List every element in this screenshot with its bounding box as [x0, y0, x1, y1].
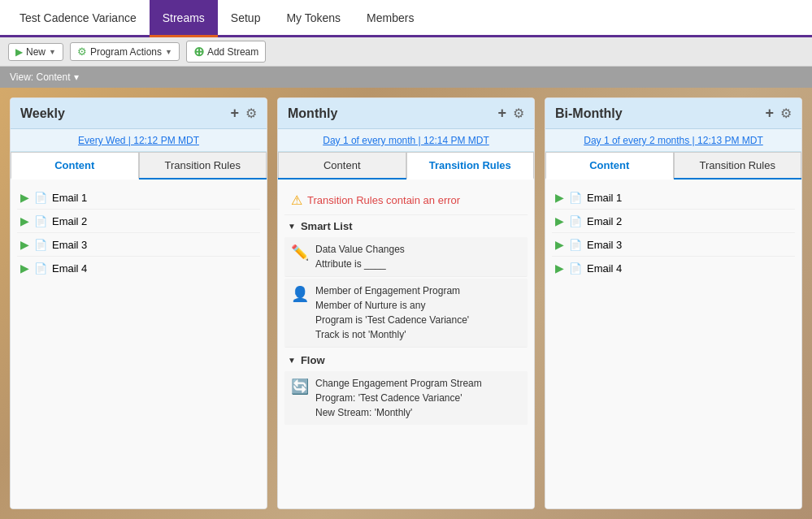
weekly-settings-button[interactable]: ⚙: [245, 106, 257, 121]
smart-list-label: Smart List: [301, 220, 353, 232]
warning-icon: ⚠: [291, 192, 302, 208]
stream-header-actions-monthly: + ⚙: [497, 105, 524, 122]
program-actions-button[interactable]: ⚙ Program Actions ▼: [70, 42, 180, 61]
stream-title-weekly: Weekly: [20, 106, 65, 121]
bi-monthly-tabs: Content Transition Rules: [545, 152, 801, 179]
stream-header-monthly: Monthly + ⚙: [278, 98, 534, 129]
rule-m-line3: Program is 'Test Cadence Variance': [315, 313, 469, 327]
monthly-tab-transition-rules[interactable]: Transition Rules: [406, 152, 535, 179]
bi-monthly-schedule-link[interactable]: Day 1 of every 2 months | 12:13 PM MDT: [584, 135, 763, 146]
nav-item-test-cadence-variance[interactable]: Test Cadence Variance: [7, 0, 150, 37]
gear-icon-small: ⚙: [77, 45, 87, 58]
email-doc-icon-bm-4: 📄: [569, 262, 582, 275]
rule-data-value-text: Data Value Changes Attribute is ____: [315, 242, 405, 271]
smart-list-header[interactable]: ▼ Smart List: [284, 215, 528, 237]
stream-header-bi-monthly: Bi-Monthly + ⚙: [545, 98, 801, 129]
weekly-email-2: ▶ 📄 Email 2: [17, 210, 260, 233]
weekly-body: ▶ 📄 Email 1 ▶ 📄 Email 2 ▶ 📄 Email 3 ▶ 📄: [11, 179, 267, 508]
stream-card-bi-monthly: Bi-Monthly + ⚙ Day 1 of every 2 months |…: [545, 97, 802, 509]
monthly-schedule-link[interactable]: Day 1 of every month | 12:14 PM MDT: [323, 135, 489, 146]
play-icon-weekly-4: ▶: [20, 262, 29, 275]
pencil-icon: ✏️: [291, 244, 309, 262]
nav-item-streams[interactable]: Streams: [150, 0, 218, 37]
weekly-email-3: ▶ 📄 Email 3: [17, 233, 260, 257]
monthly-tab-content[interactable]: Content: [278, 152, 406, 178]
flow-header[interactable]: ▼ Flow: [284, 349, 528, 371]
stream-card-weekly: Weekly + ⚙ Every Wed | 12:12 PM MDT Cont…: [10, 97, 267, 509]
stream-header-actions-weekly: + ⚙: [230, 105, 257, 122]
play-icon-bm-2: ▶: [555, 214, 564, 227]
weekly-email-4-name: Email 4: [52, 262, 87, 275]
add-stream-label: Add Stream: [207, 46, 258, 58]
rule-member-text: Member of Engagement Program Member of N…: [315, 283, 469, 342]
top-nav: Test Cadence Variance Streams Setup My T…: [0, 0, 812, 37]
bi-monthly-email-4-name: Email 4: [587, 262, 622, 275]
stream-schedule-monthly: Day 1 of every month | 12:14 PM MDT: [278, 129, 534, 152]
weekly-email-1-name: Email 1: [52, 192, 87, 204]
stream-schedule-weekly: Every Wed | 12:12 PM MDT: [11, 129, 267, 152]
email-doc-icon-bm-3: 📄: [569, 239, 582, 251]
bi-monthly-tab-content[interactable]: Content: [545, 152, 674, 179]
weekly-email-3-name: Email 3: [52, 239, 87, 251]
collapse-icon-smart-list: ▼: [288, 222, 296, 231]
transition-error: ⚠ Transition Rules contain an error: [284, 186, 528, 215]
weekly-tabs: Content Transition Rules: [11, 152, 267, 179]
stream-title-bi-monthly: Bi-Monthly: [555, 106, 623, 121]
bi-monthly-add-button[interactable]: +: [765, 105, 774, 122]
email-doc-icon-bm-1: 📄: [569, 192, 582, 204]
weekly-schedule-link[interactable]: Every Wed | 12:12 PM MDT: [78, 135, 199, 146]
play-icon-bm-3: ▶: [555, 238, 564, 251]
flow-s-line1: Change Engagement Program Stream: [315, 376, 482, 391]
stream-header-actions-bi-monthly: + ⚙: [765, 105, 792, 122]
bi-monthly-settings-button[interactable]: ⚙: [780, 106, 792, 121]
bi-monthly-email-3-name: Email 3: [587, 239, 622, 251]
new-button[interactable]: ▶ New ▼: [8, 43, 63, 61]
view-dropdown-arrow[interactable]: ▾: [74, 71, 79, 83]
weekly-tab-transition-rules[interactable]: Transition Rules: [139, 152, 267, 178]
play-icon: ▶: [15, 46, 23, 58]
play-icon-bm-1: ▶: [555, 191, 564, 204]
bi-monthly-email-1-name: Email 1: [587, 192, 622, 204]
weekly-email-4: ▶ 📄 Email 4: [17, 257, 260, 279]
new-label: New: [26, 46, 46, 58]
add-stream-button[interactable]: ⊕ Add Stream: [186, 41, 266, 63]
play-icon-weekly-1: ▶: [20, 191, 29, 204]
email-doc-icon-weekly-1: 📄: [34, 192, 47, 204]
nav-item-setup[interactable]: Setup: [218, 0, 274, 37]
weekly-tab-content[interactable]: Content: [11, 152, 139, 179]
stream-change-icon: 🔄: [291, 378, 309, 396]
rule-data-value: ✏️ Data Value Changes Attribute is ____: [284, 237, 528, 277]
toolbar: ▶ New ▼ ⚙ Program Actions ▼ ⊕ Add Stream: [0, 37, 812, 67]
monthly-settings-button[interactable]: ⚙: [513, 106, 524, 121]
new-dropdown-arrow: ▼: [49, 48, 56, 56]
flow-s-line2: Program: 'Test Cadence Variance': [315, 391, 482, 405]
monthly-tabs: Content Transition Rules: [278, 152, 534, 179]
play-icon-weekly-2: ▶: [20, 214, 29, 227]
bi-monthly-email-2: ▶ 📄 Email 2: [552, 210, 795, 233]
weekly-add-button[interactable]: +: [230, 105, 239, 122]
stream-schedule-bi-monthly: Day 1 of every 2 months | 12:13 PM MDT: [545, 129, 801, 152]
person-icon: 👤: [291, 285, 309, 303]
email-doc-icon-weekly-3: 📄: [34, 239, 47, 251]
flow-step-1: 🔄 Change Engagement Program Stream Progr…: [284, 371, 528, 425]
flow-label: Flow: [301, 354, 325, 366]
nav-item-members[interactable]: Members: [354, 0, 427, 37]
streams-container: Weekly + ⚙ Every Wed | 12:12 PM MDT Cont…: [10, 97, 802, 509]
monthly-add-button[interactable]: +: [497, 105, 506, 122]
rule-dv-line2: Attribute is ____: [315, 257, 405, 271]
stream-card-monthly: Monthly + ⚙ Day 1 of every month | 12:14…: [277, 97, 535, 509]
view-label: View: Content: [10, 71, 71, 83]
monthly-body: ⚠ Transition Rules contain an error ▼ Sm…: [278, 179, 534, 508]
program-actions-dropdown-arrow: ▼: [165, 48, 172, 56]
bi-monthly-email-3: ▶ 📄 Email 3: [552, 233, 795, 257]
collapse-icon-flow: ▼: [288, 356, 296, 365]
nav-item-my-tokens[interactable]: My Tokens: [273, 0, 354, 37]
weekly-email-2-name: Email 2: [52, 215, 87, 227]
rule-m-line2: Member of Nurture is any: [315, 298, 469, 313]
bi-monthly-email-2-name: Email 2: [587, 215, 622, 227]
bi-monthly-tab-transition-rules[interactable]: Transition Rules: [674, 152, 802, 178]
email-doc-icon-bm-2: 📄: [569, 215, 582, 227]
transition-error-text: Transition Rules contain an error: [307, 194, 460, 206]
email-doc-icon-weekly-4: 📄: [34, 262, 47, 275]
bi-monthly-email-4: ▶ 📄 Email 4: [552, 257, 795, 279]
